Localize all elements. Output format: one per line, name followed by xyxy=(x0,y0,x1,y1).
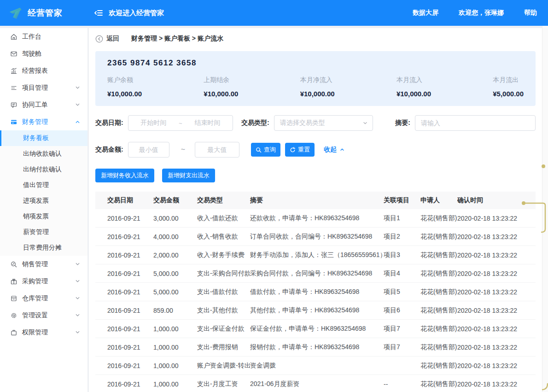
table-cell: 花花(销售部) xyxy=(420,306,457,315)
table-cell: 资金调拨 xyxy=(250,362,384,370)
sidebar-subitem-finance-board[interactable]: 财务看板 xyxy=(0,130,87,146)
table-cell: 2020-02-18 13:23:22 xyxy=(457,288,536,296)
stat-month-outflow: 本月流出 ¥5,000.00 xyxy=(493,76,524,98)
amount-max-input[interactable] xyxy=(195,142,239,158)
sidebar-item-workbench[interactable]: 工作台 xyxy=(0,28,87,45)
summary-input[interactable] xyxy=(415,115,536,131)
table-cell: 2020-02-18 13:23:22 xyxy=(457,270,536,277)
sidebar-item-label: 财务管理 xyxy=(22,118,48,126)
table-body: 2016-09-213,000.00收入-借款还款还款收款，申请单号：HK896… xyxy=(95,209,536,392)
sidebar-subitem-salary[interactable]: 薪资管理 xyxy=(0,224,87,240)
date-filter-label: 交易日期: xyxy=(95,119,123,127)
column-header: 交易日期 xyxy=(107,196,153,205)
sidebar-item-label: 权限管理 xyxy=(22,328,48,337)
table-cell: 2020-02-18 13:23:22 xyxy=(457,233,536,240)
table-cell: 2016-09-21 xyxy=(107,233,153,240)
user-greeting[interactable]: 欢迎您，张琳娜 xyxy=(459,9,504,17)
sidebar-item-cockpit[interactable]: 驾驶舱 xyxy=(0,45,87,62)
stat-value: ¥10,000.00 xyxy=(396,90,431,98)
permission-icon xyxy=(10,329,17,336)
search-button[interactable]: 查询 xyxy=(251,143,280,157)
column-header: 申请人 xyxy=(420,196,457,205)
sidebar-subitem-input-invoice[interactable]: 进项发票 xyxy=(0,193,87,209)
table-cell: 报销付款，申请单号：HK8963254698 xyxy=(250,343,384,351)
table-cell: 2020-02-18 13:23:22 xyxy=(457,380,536,388)
date-range-input[interactable]: 开始时间 ~ 结束时间 xyxy=(128,115,233,131)
app-title: 经营管家 xyxy=(28,7,63,18)
table-cell: 3,000.00 xyxy=(153,215,197,222)
add-income-flow-button[interactable]: 新增财务收入流水 xyxy=(95,169,154,182)
filter-panel: 交易日期: 开始时间 ~ 结束时间 交易类型: 请选择交易类型 摘要: 交易金额… xyxy=(89,115,542,158)
table-cell: 支出-费用报销 xyxy=(197,343,250,351)
stat-value: ¥10,000.00 xyxy=(204,90,238,98)
table-header-row: 交易日期交易金额交易类型摘要关联项目申请人确认时间 xyxy=(95,192,536,209)
data-screen-link[interactable]: 数据大屏 xyxy=(413,9,438,17)
account-card-number: 2365 9874 5612 3658 xyxy=(107,59,524,68)
collapse-filters-link[interactable]: 收起 xyxy=(324,146,345,154)
table-cell: 4,000.00 xyxy=(153,233,197,240)
stat-value: ¥10,000.00 xyxy=(300,90,335,98)
sidebar-item-label: 经营报表 xyxy=(22,67,48,75)
report-chart-icon xyxy=(10,67,17,75)
table-cell: 采购合同付款，合同编号：HK8963254698 xyxy=(250,269,384,278)
stat-net-inflow: 本月净流入 ¥10,000.00 xyxy=(300,76,335,98)
purchase-icon xyxy=(10,278,17,285)
summary-filter-label: 摘要: xyxy=(395,119,410,127)
sidebar-item-workorder[interactable]: 协同工单 xyxy=(0,96,87,113)
table-cell: 2016-09-21 xyxy=(107,215,153,222)
table-row: 2016-09-214,000.00收入-销售收款订单合同收款，合同编号：HK8… xyxy=(95,228,536,246)
brand-area[interactable]: 经营管家 xyxy=(0,5,87,21)
sidebar-item-warehouse[interactable]: 仓库管理 xyxy=(0,290,87,307)
mail-icon xyxy=(10,50,17,58)
sidebar-subitem-cashier-receipt[interactable]: 出纳收款确认 xyxy=(0,146,87,162)
sidebar-subitem-lending[interactable]: 借出管理 xyxy=(0,177,87,193)
sidebar-item-report[interactable]: 经营报表 xyxy=(0,62,87,79)
search-icon xyxy=(256,147,262,153)
amount-min-input[interactable] xyxy=(128,142,169,158)
sidebar-item-label: 采购管理 xyxy=(22,277,48,286)
table-cell: 项目5 xyxy=(384,288,420,296)
app-logo-icon xyxy=(7,5,23,21)
table-cell: 2016-09-21 xyxy=(107,380,153,388)
column-header: 交易类型 xyxy=(197,196,250,205)
sidebar-item-finance[interactable]: 财务管理 xyxy=(0,113,87,130)
table-cell: 收入-借款还款 xyxy=(197,214,250,222)
sidebar-item-permission[interactable]: 权限管理 xyxy=(0,324,87,341)
table-cell: 支出-其他付款 xyxy=(197,306,250,315)
table-cell: 花花(销售部) xyxy=(420,343,457,351)
sidebar-subitem-output-invoice[interactable]: 销项发票 xyxy=(0,209,87,224)
add-expense-flow-button[interactable]: 新增财支出流水 xyxy=(162,169,215,182)
table-cell: 项目7 xyxy=(384,343,420,351)
sidebar-item-label: 管理设置 xyxy=(22,311,48,320)
settings-gear-icon xyxy=(10,312,17,319)
sidebar-item-label: 协同工单 xyxy=(22,101,48,109)
table-cell: 2016-09-21 xyxy=(107,325,153,333)
sales-icon xyxy=(10,261,17,268)
breadcrumb-path: 财务管理 > 账户看板 > 账户流水 xyxy=(131,35,223,43)
chevron-down-icon xyxy=(75,279,80,284)
collapse-menu-icon[interactable] xyxy=(94,8,103,18)
back-button[interactable]: 返回 xyxy=(95,35,119,43)
table-cell: 还款收款，申请单号：HK8963254698 xyxy=(250,214,384,222)
chevron-down-icon xyxy=(75,313,80,318)
account-summary-card: 2365 9874 5612 3658 账户余额 ¥10,000.00 上期结余… xyxy=(95,51,536,106)
sidebar-item-sales[interactable]: 销售管理 xyxy=(0,256,87,273)
sidebar-subitem-cashier-payment[interactable]: 出纳付款确认 xyxy=(0,162,87,177)
chevron-down-icon xyxy=(75,102,80,107)
reset-button[interactable]: 重置 xyxy=(285,143,315,157)
sidebar-item-project[interactable]: 项目管理 xyxy=(0,79,87,96)
date-start-placeholder: 开始时间 xyxy=(128,119,179,127)
sidebar-subitem-daily-expense[interactable]: 日常费用分摊 xyxy=(0,240,87,256)
vertical-scrollbar[interactable] xyxy=(542,26,548,392)
table-cell: 其他付款，申请单号：HK8963254698 xyxy=(250,306,384,315)
column-header: 关联项目 xyxy=(384,196,420,205)
date-end-placeholder: 结束时间 xyxy=(182,119,233,127)
sidebar-item-settings[interactable]: 管理设置 xyxy=(0,307,87,324)
back-label: 返回 xyxy=(106,35,119,43)
sidebar-item-purchase[interactable]: 采购管理 xyxy=(0,273,87,290)
sidebar-item-label: 工作台 xyxy=(22,33,41,41)
help-link[interactable]: 帮助 xyxy=(524,9,537,17)
table-cell: 1,000.00 xyxy=(153,344,197,351)
table-row: 2016-09-215,000.00支出-采购合同付款采购合同付款，合同编号：H… xyxy=(95,264,536,283)
transaction-type-select[interactable]: 请选择交易类型 xyxy=(274,115,373,131)
